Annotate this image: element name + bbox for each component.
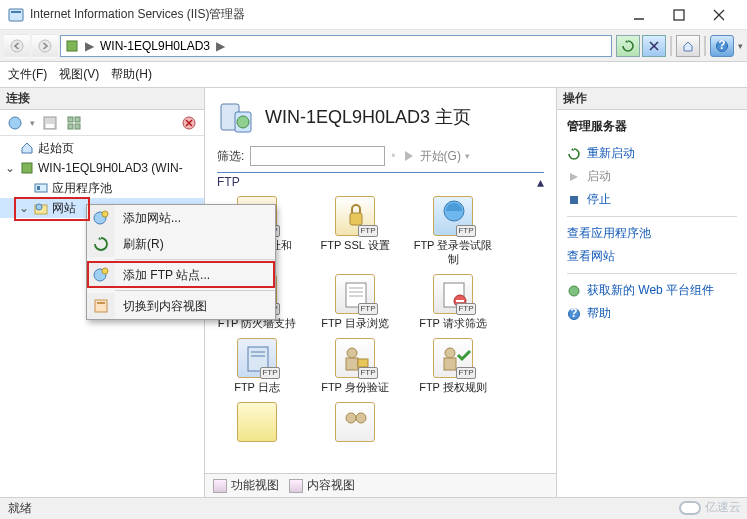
help-button[interactable]: ?: [710, 35, 734, 57]
svg-point-30: [237, 116, 249, 128]
ctx-add-site[interactable]: 添加网站...: [87, 205, 275, 231]
house-icon: [20, 141, 34, 155]
server-icon: [65, 39, 79, 53]
actions-pane: 操作 管理服务器 重新启动 启动 停止 查看应用程序池 查看网站 获取新的 We…: [557, 88, 747, 497]
separator: [670, 36, 672, 56]
connect-icon[interactable]: [6, 114, 24, 132]
nav-back-button[interactable]: [4, 34, 30, 58]
feature-ftp-authorization[interactable]: FTPFTP 授权规则: [413, 338, 493, 394]
filter-bar: 筛选: • 开始(G) ▾: [205, 142, 556, 170]
feature-ftp-logging[interactable]: FTPFTP 日志: [217, 338, 297, 394]
svg-text:?: ?: [570, 308, 577, 320]
svg-rect-47: [444, 358, 456, 370]
status-text: 就绪: [8, 500, 32, 517]
features-view-icon: [213, 479, 227, 493]
svg-point-13: [9, 117, 21, 129]
server-node-icon: [20, 161, 34, 175]
webpi-icon: [567, 284, 581, 298]
svg-rect-3: [674, 10, 684, 20]
close-button[interactable]: [699, 1, 739, 29]
collapse-icon[interactable]: ▴: [537, 174, 544, 190]
feature-ftp-ssl[interactable]: FTPFTP SSL 设置: [315, 196, 395, 266]
go-button[interactable]: 开始(G) ▾: [402, 148, 470, 165]
stop-nav-button[interactable]: [642, 35, 666, 57]
feature-ftp-request-filtering[interactable]: FTPFTP 请求筛选: [413, 274, 493, 330]
svg-point-7: [39, 40, 51, 52]
svg-point-55: [102, 211, 108, 217]
watermark: 亿速云: [679, 499, 741, 516]
filter-input[interactable]: [250, 146, 385, 166]
cloud-icon: [679, 501, 701, 515]
tree-start-page[interactable]: 起始页: [0, 138, 204, 158]
connections-title: 连接: [0, 88, 204, 110]
separator: [115, 290, 275, 291]
actions-group-manage: 管理服务器: [567, 116, 737, 139]
action-start[interactable]: 启动: [567, 168, 737, 185]
features-view-tab[interactable]: 功能视图: [213, 477, 279, 494]
menu-view[interactable]: 视图(V): [59, 66, 99, 83]
svg-rect-59: [97, 302, 105, 304]
separator: [704, 36, 706, 56]
refresh-icon: [87, 231, 115, 257]
help-dropdown-icon[interactable]: ▾: [738, 41, 743, 51]
maximize-button[interactable]: [659, 1, 699, 29]
nav-forward-button[interactable]: [32, 34, 58, 58]
content-view-icon: [87, 293, 115, 319]
svg-point-57: [102, 268, 108, 274]
content-view-tab[interactable]: 内容视图: [289, 477, 355, 494]
minimize-button[interactable]: [619, 1, 659, 29]
svg-rect-0: [9, 9, 23, 21]
grid-icon[interactable]: [65, 114, 83, 132]
refresh-button[interactable]: [616, 35, 640, 57]
dropdown-icon[interactable]: ▾: [30, 118, 35, 128]
save-icon[interactable]: [41, 114, 59, 132]
home-button[interactable]: [676, 35, 700, 57]
twisty-icon[interactable]: ⌄: [18, 201, 30, 215]
go-text: 开始(G): [420, 148, 461, 165]
action-view-sites[interactable]: 查看网站: [567, 248, 737, 265]
address-field[interactable]: ▶ WIN-1EQL9H0LAD3 ▶: [60, 35, 612, 57]
feature-ftp-directory-browsing[interactable]: FTPFTP 目录浏览: [315, 274, 395, 330]
iis-app-icon: [8, 7, 24, 23]
action-get-webpi[interactable]: 获取新的 Web 平台组件: [567, 282, 737, 299]
breadcrumb-sep-1: ▶: [85, 39, 94, 53]
action-stop[interactable]: 停止: [567, 191, 737, 208]
breadcrumb-host[interactable]: WIN-1EQL9H0LAD3: [100, 39, 210, 53]
server-page-icon: [217, 98, 255, 136]
globe-plus-icon: [87, 205, 115, 231]
feature-extra-1[interactable]: [217, 402, 297, 444]
svg-rect-31: [350, 213, 362, 225]
svg-point-46: [445, 348, 455, 358]
svg-rect-15: [46, 124, 54, 128]
remove-icon[interactable]: [180, 114, 198, 132]
menu-help[interactable]: 帮助(H): [111, 66, 152, 83]
feature-ftp-login-attempts[interactable]: FTPFTP 登录尝试限制: [413, 196, 493, 266]
action-view-pools[interactable]: 查看应用程序池: [567, 225, 737, 242]
feature-group-header[interactable]: FTP ▴: [217, 172, 544, 190]
separator: [567, 273, 737, 274]
action-help[interactable]: ? 帮助: [567, 305, 737, 322]
feature-ftp-authentication[interactable]: FTPFTP 身份验证: [315, 338, 395, 394]
tree-app-pools-label: 应用程序池: [52, 180, 112, 197]
tree-app-pools[interactable]: 应用程序池: [0, 178, 204, 198]
feature-extra-2[interactable]: [315, 402, 395, 444]
svg-rect-19: [75, 124, 80, 129]
svg-point-43: [347, 348, 357, 358]
svg-point-6: [11, 40, 23, 52]
menu-bar: 文件(F) 视图(V) 帮助(H): [0, 62, 747, 88]
ctx-refresh[interactable]: 刷新(R): [87, 231, 275, 257]
page-title: WIN-1EQL9H0LAD3 主页: [265, 105, 471, 129]
ctx-switch-content-view[interactable]: 切换到内容视图: [87, 293, 275, 319]
window-title: Internet Information Services (IIS)管理器: [30, 6, 619, 23]
tree-server[interactable]: ⌄ WIN-1EQL9H0LAD3 (WIN-: [0, 158, 204, 178]
svg-rect-8: [67, 41, 77, 51]
tree-sites-label: 网站: [52, 200, 76, 217]
page-header: WIN-1EQL9H0LAD3 主页: [205, 88, 556, 142]
svg-point-48: [346, 413, 356, 423]
ctx-add-ftp-site[interactable]: 添加 FTP 站点...: [87, 262, 275, 288]
menu-file[interactable]: 文件(F): [8, 66, 47, 83]
svg-rect-45: [358, 359, 368, 367]
action-restart[interactable]: 重新启动: [567, 145, 737, 162]
twisty-icon[interactable]: ⌄: [4, 161, 16, 175]
sites-context-menu: 添加网站... 刷新(R) 添加 FTP 站点... 切换到内容视图: [86, 204, 276, 320]
